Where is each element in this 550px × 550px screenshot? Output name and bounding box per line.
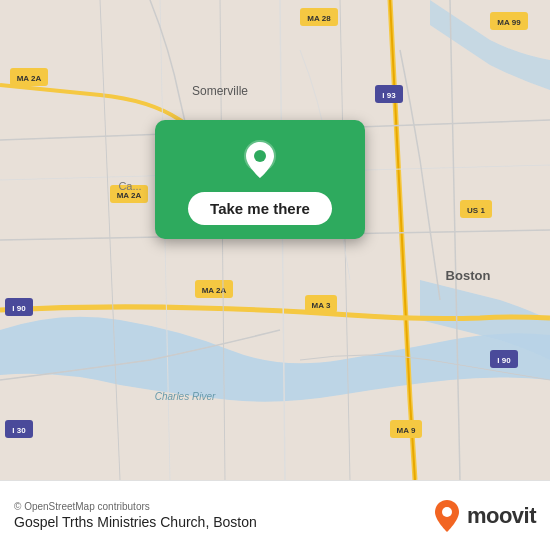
svg-text:I 90: I 90: [12, 304, 26, 313]
svg-text:I 90: I 90: [497, 356, 511, 365]
svg-text:MA 3: MA 3: [312, 301, 331, 310]
svg-text:Boston: Boston: [446, 268, 491, 283]
footer: © OpenStreetMap contributors Gospel Trth…: [0, 480, 550, 550]
svg-text:MA 2A: MA 2A: [17, 74, 42, 83]
svg-text:Ca...: Ca...: [118, 180, 141, 192]
svg-text:US 1: US 1: [467, 206, 485, 215]
moovit-brand-text: moovit: [467, 503, 536, 529]
footer-info: © OpenStreetMap contributors Gospel Trth…: [14, 501, 257, 530]
svg-text:MA 99: MA 99: [497, 18, 521, 27]
svg-point-39: [254, 150, 266, 162]
popup-card: Take me there: [155, 120, 365, 239]
moovit-logo: moovit: [433, 499, 536, 533]
map-container: MA 2A MA 2A MA 28 MA 99 I 93 MA 2A MA 3 …: [0, 0, 550, 480]
map-svg: MA 2A MA 2A MA 28 MA 99 I 93 MA 2A MA 3 …: [0, 0, 550, 480]
svg-text:Charles River: Charles River: [155, 391, 216, 402]
svg-rect-0: [0, 0, 550, 480]
svg-text:MA 28: MA 28: [307, 14, 331, 23]
svg-text:I 30: I 30: [12, 426, 26, 435]
copyright-text: © OpenStreetMap contributors: [14, 501, 257, 512]
svg-point-40: [442, 507, 452, 517]
take-me-there-button[interactable]: Take me there: [188, 192, 332, 225]
svg-text:I 93: I 93: [382, 91, 396, 100]
location-title: Gospel Trths Ministries Church, Boston: [14, 514, 257, 530]
svg-text:MA 9: MA 9: [397, 426, 416, 435]
moovit-pin-icon: [433, 499, 461, 533]
svg-text:MA 2A: MA 2A: [117, 191, 142, 200]
svg-text:Somerville: Somerville: [192, 84, 248, 98]
location-pin-icon: [238, 138, 282, 182]
